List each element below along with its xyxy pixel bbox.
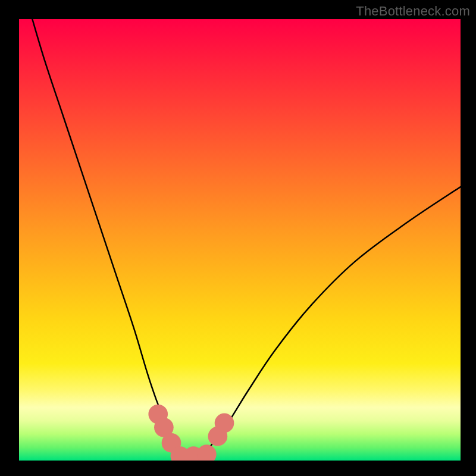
gradient-background [19, 19, 461, 461]
chart-stage: TheBottleneck.com [0, 0, 476, 476]
watermark-text: TheBottleneck.com [356, 4, 470, 19]
